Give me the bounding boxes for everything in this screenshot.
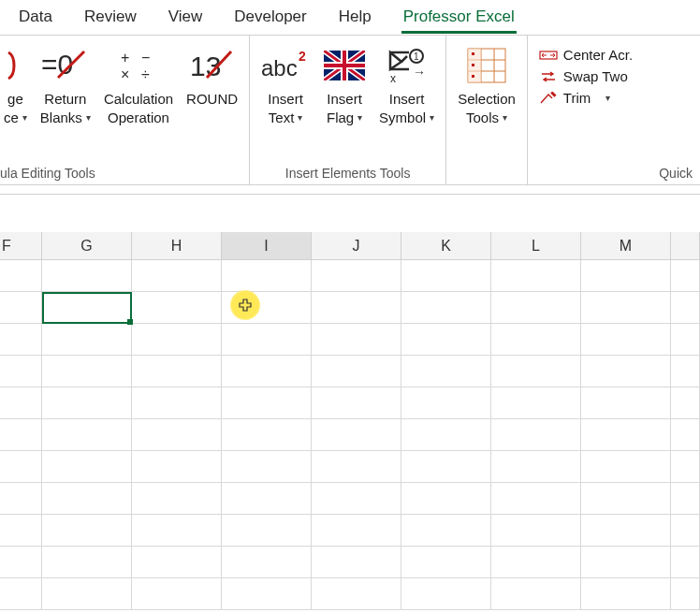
cell[interactable] <box>312 419 401 451</box>
cell[interactable] <box>401 260 491 292</box>
cell[interactable] <box>42 419 132 451</box>
cell[interactable] <box>0 387 42 419</box>
col-header-k[interactable]: K <box>401 232 491 259</box>
cell[interactable] <box>312 451 401 483</box>
cell[interactable] <box>222 578 312 610</box>
cell[interactable] <box>671 451 700 483</box>
spreadsheet-grid[interactable]: F G H I J K L M <box>0 232 700 610</box>
cell[interactable] <box>132 260 222 292</box>
cell[interactable] <box>581 292 671 324</box>
cell[interactable] <box>222 324 312 356</box>
cell[interactable] <box>491 483 581 515</box>
cell[interactable] <box>401 324 491 356</box>
cell[interactable] <box>312 515 401 547</box>
cell[interactable] <box>491 451 581 483</box>
cell[interactable] <box>491 515 581 547</box>
cell[interactable] <box>42 292 132 324</box>
cell[interactable] <box>312 578 401 610</box>
cell[interactable] <box>42 515 132 547</box>
col-header-i[interactable]: I <box>222 232 312 259</box>
cell[interactable] <box>491 260 581 292</box>
cell[interactable] <box>222 515 312 547</box>
cell[interactable] <box>42 483 132 515</box>
cell[interactable] <box>312 547 401 578</box>
cell[interactable] <box>42 260 132 292</box>
cell[interactable] <box>401 483 491 515</box>
cell[interactable] <box>581 387 671 419</box>
cell[interactable] <box>132 483 222 515</box>
col-header-f[interactable]: F <box>0 232 42 259</box>
cell[interactable] <box>671 260 700 292</box>
cell[interactable] <box>491 387 581 419</box>
cell[interactable] <box>671 356 700 387</box>
cell[interactable] <box>312 356 401 387</box>
cell[interactable] <box>222 356 312 387</box>
cell[interactable] <box>671 515 700 547</box>
cell[interactable] <box>42 356 132 387</box>
cell[interactable] <box>132 547 222 578</box>
cell[interactable] <box>222 483 312 515</box>
cell[interactable] <box>42 578 132 610</box>
tab-data[interactable]: Data <box>4 2 67 34</box>
selection-tools-button[interactable]: Selection Tools▾ <box>454 41 519 128</box>
insert-text-button[interactable]: abc 2 Insert Text▾ <box>257 41 314 128</box>
cell[interactable] <box>401 292 491 324</box>
tab-help[interactable]: Help <box>324 2 386 34</box>
cell[interactable] <box>312 260 401 292</box>
tab-professor-excel[interactable]: Professor Excel <box>388 2 530 34</box>
tab-review[interactable]: Review <box>69 2 152 34</box>
cell[interactable] <box>0 356 42 387</box>
cell[interactable] <box>401 547 491 578</box>
col-header-m[interactable]: M <box>581 232 671 259</box>
cell[interactable] <box>491 578 581 610</box>
cell[interactable] <box>0 515 42 547</box>
col-header-h[interactable]: H <box>132 232 222 259</box>
cell[interactable] <box>222 451 312 483</box>
cell[interactable] <box>132 292 222 324</box>
cell[interactable] <box>132 387 222 419</box>
cell[interactable] <box>0 483 42 515</box>
tab-developer[interactable]: Developer <box>219 2 322 34</box>
cell[interactable] <box>42 387 132 419</box>
cell[interactable] <box>222 260 312 292</box>
cell[interactable] <box>42 547 132 578</box>
cell[interactable] <box>42 324 132 356</box>
swap-two-button[interactable]: Swap Two <box>535 66 693 86</box>
cell[interactable] <box>312 483 401 515</box>
cell[interactable] <box>0 547 42 578</box>
cell[interactable] <box>491 292 581 324</box>
cell[interactable] <box>401 578 491 610</box>
cell[interactable] <box>401 515 491 547</box>
cell[interactable] <box>132 324 222 356</box>
cell[interactable] <box>0 451 42 483</box>
cell[interactable] <box>671 419 700 451</box>
cell[interactable] <box>581 419 671 451</box>
cell[interactable] <box>581 547 671 578</box>
cell[interactable] <box>581 260 671 292</box>
cell[interactable] <box>581 324 671 356</box>
cell[interactable] <box>312 324 401 356</box>
cell[interactable] <box>132 578 222 610</box>
cell[interactable] <box>0 419 42 451</box>
cell[interactable] <box>401 356 491 387</box>
cell[interactable] <box>0 292 42 324</box>
cell[interactable] <box>0 260 42 292</box>
cell[interactable] <box>132 451 222 483</box>
cell[interactable] <box>222 292 312 324</box>
cell[interactable] <box>491 324 581 356</box>
round-button[interactable]: 13 ROUND <box>182 41 241 110</box>
return-blanks-button[interactable]: =0 Return Blanks▾ <box>36 41 95 128</box>
insert-symbol-button[interactable]: x 1 → Insert Symbol▾ <box>375 41 438 128</box>
cell[interactable] <box>491 356 581 387</box>
cell[interactable] <box>401 387 491 419</box>
cell[interactable] <box>0 324 42 356</box>
cell[interactable] <box>42 451 132 483</box>
col-header-j[interactable]: J <box>312 232 401 259</box>
cell[interactable] <box>581 451 671 483</box>
cell[interactable] <box>312 292 401 324</box>
cell[interactable] <box>132 419 222 451</box>
col-header-cut[interactable] <box>671 232 700 259</box>
cell[interactable] <box>671 578 700 610</box>
insert-flag-button[interactable]: Insert Flag▾ <box>319 41 370 128</box>
trim-button[interactable]: Trim ▾ <box>535 88 693 108</box>
